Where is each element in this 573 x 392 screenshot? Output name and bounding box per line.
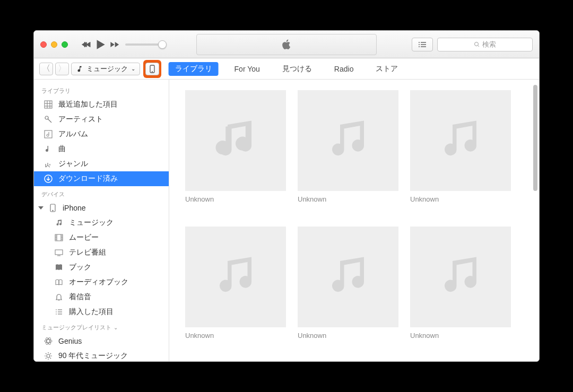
sidebar-item-device-ringtones[interactable]: 着信音: [34, 290, 169, 304]
sidebar-item-device-music[interactable]: ミュージック: [34, 215, 169, 230]
media-type-selector[interactable]: ミュージック ⌄: [71, 63, 140, 75]
svg-point-38: [45, 339, 52, 343]
itunes-window: 検索 〈 〉 ミュージック ⌄ ライブラリ For You 見つける Radio…: [33, 30, 540, 362]
media-type-label: ミュージック: [86, 64, 128, 74]
album-label: Unknown: [410, 195, 511, 203]
sidebar-item-label: iPhone: [63, 204, 86, 212]
sidebar-item-artists[interactable]: アーティスト: [34, 112, 169, 127]
music-note-icon: [212, 117, 259, 164]
device-button[interactable]: [145, 63, 159, 75]
sidebar-item-albums[interactable]: アルバム: [34, 127, 169, 142]
sidebar: ライブラリ 最近追加した項目 アーティスト アルバム 曲 ジャンル ダウンロード…: [34, 80, 169, 361]
list-view-button[interactable]: [412, 38, 433, 51]
phone-icon: [150, 65, 155, 73]
album-cover: [185, 227, 286, 327]
svg-point-20: [52, 210, 53, 211]
body: ライブラリ 最近追加した項目 アーティスト アルバム 曲 ジャンル ダウンロード…: [34, 80, 539, 361]
scrollbar[interactable]: [533, 85, 537, 191]
album-cover: [298, 90, 398, 191]
next-button[interactable]: [107, 38, 121, 51]
sidebar-item-device-purchased[interactable]: 購入した項目: [34, 304, 169, 319]
chevron-down-icon: ⌄: [114, 325, 118, 330]
tab-foryou[interactable]: For You: [228, 63, 266, 75]
forward-button[interactable]: 〉: [55, 63, 69, 75]
sidebar-item-songs[interactable]: 曲: [34, 142, 169, 156]
titlebar: 検索: [34, 31, 539, 58]
content-area: Unknown Unknown Unknown Unknown Unknown …: [169, 80, 539, 361]
music-note-icon: [437, 253, 484, 301]
album-item[interactable]: Unknown: [298, 90, 398, 215]
play-button[interactable]: [93, 38, 107, 51]
search-icon: [474, 41, 480, 48]
music-note-icon: [76, 65, 83, 73]
sidebar-item-genres[interactable]: ジャンル: [34, 156, 169, 171]
bell-icon: [54, 292, 64, 302]
search-input[interactable]: 検索: [437, 38, 533, 51]
sidebar-item-90s[interactable]: 90 年代ミュージック: [34, 349, 169, 361]
sidebar-item-downloaded[interactable]: ダウンロード済み: [34, 171, 169, 186]
sidebar-item-label: 最近追加した項目: [58, 100, 118, 109]
download-icon: [44, 174, 53, 184]
album-item[interactable]: Unknown: [298, 227, 398, 351]
tab-radio[interactable]: Radio: [328, 63, 360, 75]
sidebar-item-label: ジャンル: [58, 159, 88, 169]
sidebar-item-label: 曲: [58, 144, 66, 154]
sidebar-item-recent[interactable]: 最近追加した項目: [34, 97, 169, 112]
album-item[interactable]: Unknown: [410, 90, 511, 215]
album-cover: [410, 227, 511, 327]
previous-button[interactable]: [80, 38, 93, 51]
album-item[interactable]: Unknown: [410, 227, 511, 351]
back-button[interactable]: 〈: [39, 63, 53, 75]
album-icon: [44, 129, 53, 139]
sidebar-item-label: 購入した項目: [69, 307, 114, 317]
sidebar-header-library: ライブラリ: [34, 83, 169, 97]
close-button[interactable]: [40, 41, 47, 48]
chevron-updown-icon: ⌄: [131, 66, 135, 72]
film-icon: [54, 233, 64, 242]
sidebar-item-device-tv[interactable]: テレビ番組: [34, 245, 169, 260]
album-item[interactable]: Unknown: [185, 90, 286, 215]
music-note-icon: [212, 253, 259, 301]
fullscreen-button[interactable]: [62, 41, 68, 48]
mic-icon: [44, 115, 53, 124]
apple-icon: [281, 39, 292, 50]
grid-icon: [44, 100, 53, 109]
sidebar-item-label: ブック: [69, 263, 91, 272]
list-icon: [54, 307, 64, 317]
sidebar-item-label: ミュージック: [69, 218, 114, 228]
sidebar-item-device-movies[interactable]: ムービー: [34, 230, 169, 245]
music-note-icon: [437, 117, 484, 164]
svg-line-16: [48, 119, 51, 123]
music-note-icon: [324, 253, 372, 301]
gear-icon: [44, 351, 53, 361]
note-icon: [54, 218, 64, 228]
sidebar-item-device-books[interactable]: ブック: [34, 260, 169, 275]
sidebar-item-label: 着信音: [69, 292, 91, 302]
tv-icon: [54, 248, 64, 257]
sidebar-item-device-audiobooks[interactable]: オーディオブック: [34, 275, 169, 290]
album-label: Unknown: [185, 332, 286, 339]
sidebar-item-label: ムービー: [69, 233, 99, 242]
disclosure-triangle-icon[interactable]: [38, 206, 44, 210]
album-label: Unknown: [185, 195, 286, 203]
sidebar-item-iphone[interactable]: iPhone: [34, 201, 169, 215]
tab-browse[interactable]: 見つける: [276, 62, 318, 76]
svg-point-6: [475, 42, 479, 46]
guitar-icon: [44, 159, 53, 169]
album-cover: [298, 227, 398, 327]
sidebar-item-label: テレビ番組: [69, 248, 106, 257]
sidebar-item-label: オーディオブック: [69, 277, 128, 287]
volume-slider[interactable]: [125, 43, 163, 46]
sidebar-item-genius[interactable]: Genius: [34, 334, 169, 349]
atom-icon: [44, 336, 53, 346]
album-label: Unknown: [410, 332, 511, 339]
phone-icon: [48, 203, 57, 213]
svg-point-41: [47, 354, 50, 358]
sidebar-header-playlists[interactable]: ミュージックプレイリスト ⌄: [34, 319, 169, 334]
album-cover: [185, 90, 286, 191]
tab-library[interactable]: ライブラリ: [169, 62, 219, 76]
tab-store[interactable]: ストア: [369, 62, 404, 76]
minimize-button[interactable]: [51, 41, 57, 48]
sidebar-header-devices: デバイス: [34, 186, 169, 201]
album-item[interactable]: Unknown: [185, 227, 286, 351]
